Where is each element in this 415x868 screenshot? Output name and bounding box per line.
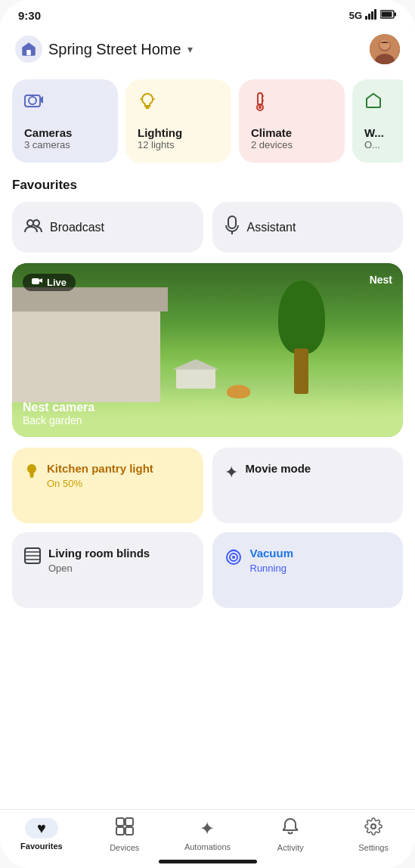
- tree-top: [278, 281, 325, 354]
- category-card-climate[interactable]: Climate 2 devices: [239, 79, 345, 163]
- nav-devices-icon: [116, 817, 134, 840]
- svg-point-42: [371, 824, 376, 829]
- nav-favourites-pill: ♥: [25, 818, 58, 839]
- svg-rect-18: [258, 93, 262, 105]
- battery-icon: [380, 10, 397, 21]
- favourites-title: Favourites: [12, 178, 403, 193]
- svg-rect-3: [374, 9, 376, 20]
- nav-devices[interactable]: Devices: [83, 817, 166, 852]
- camera-location: Back garden: [23, 414, 94, 426]
- avatar-image: [370, 34, 400, 64]
- nav-activity-label: Activity: [277, 843, 304, 852]
- cameras-name: Cameras: [24, 126, 106, 139]
- nav-activity[interactable]: Activity: [249, 817, 332, 852]
- svg-rect-7: [26, 50, 31, 55]
- nest-badge: Nest: [370, 274, 392, 286]
- nav-activity-icon: [282, 817, 299, 840]
- svg-rect-0: [365, 16, 367, 20]
- status-time: 9:30: [18, 9, 41, 22]
- fav-broadcast[interactable]: Broadcast: [12, 202, 203, 253]
- other-name: W...: [364, 126, 401, 139]
- svg-rect-41: [125, 827, 133, 835]
- phone-frame: 9:30 5G: [0, 0, 415, 868]
- dog-house: [176, 367, 215, 389]
- climate-icon: [251, 91, 333, 116]
- device-kitchen-light[interactable]: Kitchen pantry light On 50%: [12, 448, 203, 523]
- chevron-down-icon: ▾: [187, 43, 193, 55]
- svg-rect-28: [32, 278, 39, 284]
- kitchen-light-status: On 50%: [47, 478, 153, 489]
- home-selector[interactable]: Spring Street Home ▾: [15, 36, 193, 63]
- climate-count: 2 devices: [251, 139, 333, 150]
- svg-point-24: [27, 220, 33, 226]
- climate-name: Climate: [251, 126, 333, 139]
- device-movie-mode[interactable]: ✦ Movie mode: [212, 448, 404, 523]
- nav-favourites-icon: ♥: [37, 820, 46, 837]
- svg-rect-30: [30, 476, 33, 478]
- nav-settings-icon: [364, 817, 382, 840]
- camera-icon-small: [32, 277, 42, 288]
- svg-rect-2: [371, 11, 373, 20]
- vacuum-name: Vacuum: [250, 546, 294, 561]
- vacuum-status: Running: [250, 563, 294, 574]
- home-title: Spring Street Home: [48, 41, 181, 58]
- status-bar: 9:30 5G: [0, 0, 415, 28]
- nav-favourites[interactable]: ♥ Favourites: [0, 818, 83, 851]
- home-indicator: [159, 860, 257, 863]
- main-content: Cameras 3 cameras Lighting 12 li: [0, 73, 415, 868]
- svg-point-13: [29, 97, 36, 104]
- svg-rect-15: [146, 107, 150, 109]
- category-card-other[interactable]: W... O...: [352, 79, 403, 163]
- lighting-name: Lighting: [138, 126, 219, 139]
- categories-row: Cameras 3 cameras Lighting 12 li: [12, 73, 403, 172]
- camera-feed[interactable]: Live Nest Nest camera Back garden: [12, 263, 403, 437]
- cameras-count: 3 cameras: [24, 139, 106, 150]
- garden-tree: [278, 281, 325, 394]
- movie-mode-icon: ✦: [225, 463, 238, 482]
- camera-label: Nest camera Back garden: [23, 401, 94, 426]
- svg-rect-29: [29, 475, 34, 476]
- svg-rect-40: [116, 827, 124, 835]
- assistant-label: Assistant: [247, 221, 296, 234]
- svg-rect-1: [368, 14, 370, 20]
- nav-settings[interactable]: Settings: [332, 817, 415, 852]
- fav-assistant[interactable]: Assistant: [212, 202, 404, 253]
- camera-name: Nest camera: [23, 401, 94, 414]
- svg-point-37: [232, 556, 235, 559]
- avatar[interactable]: [370, 34, 400, 64]
- device-vacuum[interactable]: Vacuum Running: [212, 532, 404, 608]
- broadcast-icon: [24, 217, 42, 237]
- nav-devices-label: Devices: [110, 843, 139, 852]
- garden-house: [12, 307, 160, 403]
- category-card-cameras[interactable]: Cameras 3 cameras: [12, 79, 118, 163]
- status-icons: 5G: [349, 9, 397, 22]
- kitchen-light-name: Kitchen pantry light: [47, 461, 153, 476]
- nav-automations-icon: ✦: [200, 818, 215, 839]
- lighting-icon: [138, 91, 219, 116]
- bottom-nav: ♥ Favourites Devices ✦ Automations: [0, 809, 415, 868]
- garden-animal: [227, 385, 250, 398]
- nav-automations[interactable]: ✦ Automations: [166, 818, 249, 851]
- home-icon-bg: [15, 36, 42, 63]
- favourites-row: Broadcast Assistant: [12, 202, 403, 253]
- blinds-status: Open: [48, 563, 150, 574]
- device-blinds[interactable]: Living room blinds Open: [12, 532, 203, 608]
- app-header: Spring Street Home ▾: [0, 28, 415, 73]
- signal-label: 5G: [349, 10, 362, 21]
- other-icon: [364, 91, 401, 114]
- category-card-lighting[interactable]: Lighting 12 lights: [125, 79, 231, 163]
- cameras-icon: [24, 91, 106, 113]
- nav-settings-label: Settings: [358, 843, 389, 852]
- other-count: O...: [364, 139, 401, 150]
- live-text: Live: [47, 277, 67, 288]
- tree-trunk: [294, 349, 308, 394]
- svg-point-11: [379, 39, 390, 50]
- movie-mode-name: Movie mode: [246, 461, 311, 476]
- svg-rect-5: [395, 13, 397, 17]
- nav-favourites-label: Favourites: [20, 842, 63, 851]
- svg-point-23: [259, 106, 262, 109]
- svg-rect-26: [228, 216, 236, 228]
- svg-rect-38: [116, 818, 124, 826]
- nav-automations-label: Automations: [184, 842, 231, 851]
- lighting-count: 12 lights: [138, 139, 219, 150]
